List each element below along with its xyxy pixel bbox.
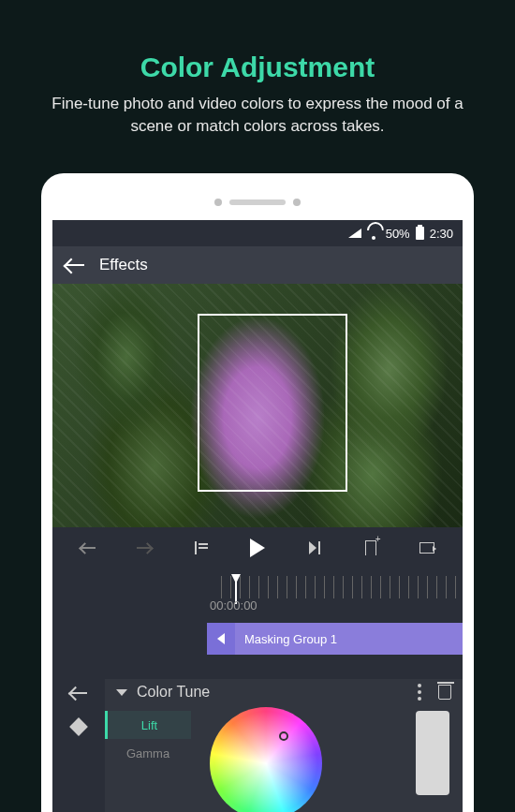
sensor-dot xyxy=(293,199,301,206)
play-button[interactable] xyxy=(246,537,269,559)
play-icon xyxy=(250,539,265,557)
timeline-track[interactable]: Masking Group 1 xyxy=(52,623,463,655)
tab-gamma[interactable]: Gamma xyxy=(105,739,191,767)
panel-back-icon[interactable] xyxy=(70,692,87,694)
device-frame: 50% 2:30 Effects 00:00:00 xyxy=(41,173,474,812)
panel-header: Color Tune xyxy=(105,679,463,705)
bookmark-add-icon xyxy=(365,540,376,555)
skip-start-button[interactable] xyxy=(190,537,213,559)
battery-icon xyxy=(416,227,424,240)
tab-lift[interactable]: Lift xyxy=(105,711,191,739)
page-title: Color Adjustment xyxy=(0,0,515,93)
timeline[interactable]: 00:00:00 Masking Group 1 xyxy=(52,568,463,625)
clock: 2:30 xyxy=(430,227,453,241)
track-trim-handle[interactable] xyxy=(207,623,235,655)
chevron-down-icon[interactable] xyxy=(116,689,127,696)
battery-percent: 50% xyxy=(386,227,410,241)
loop-button[interactable] xyxy=(416,537,438,559)
panel-main: Color Tune Lift Gamma xyxy=(105,679,463,812)
luminance-slider[interactable] xyxy=(416,711,449,795)
video-preview[interactable] xyxy=(52,284,463,527)
skip-end-button[interactable] xyxy=(302,537,325,559)
status-bar: 50% 2:30 xyxy=(52,220,463,246)
undo-button[interactable] xyxy=(77,537,99,559)
loop-icon xyxy=(419,542,434,554)
color-wheel-cursor[interactable] xyxy=(279,731,288,741)
panel-body: Lift Gamma xyxy=(105,705,463,812)
skip-end-icon xyxy=(307,541,320,554)
redo-icon xyxy=(137,547,152,549)
screen-title: Effects xyxy=(99,256,148,274)
effects-panel: Color Tune Lift Gamma xyxy=(52,679,463,812)
timeline-ruler xyxy=(221,576,463,598)
trash-icon[interactable] xyxy=(438,685,451,700)
timecode: 00:00:00 xyxy=(210,598,258,613)
mask-selection-box[interactable] xyxy=(198,314,347,492)
page-subtitle: Fine-tune photo and video colors to expr… xyxy=(0,93,515,138)
track-clip[interactable]: Masking Group 1 xyxy=(235,623,463,655)
redo-button[interactable] xyxy=(133,537,155,559)
panel-sidebar xyxy=(52,679,105,812)
color-wheel[interactable] xyxy=(210,707,322,812)
color-tabs: Lift Gamma xyxy=(105,711,191,812)
bookmark-button[interactable] xyxy=(360,537,382,559)
speaker-slot xyxy=(229,199,286,205)
transport-toolbar xyxy=(52,527,463,568)
camera-dot xyxy=(214,199,222,206)
undo-icon xyxy=(81,547,96,549)
device-hardware xyxy=(52,185,463,220)
signal-icon xyxy=(348,229,361,238)
panel-title: Color Tune xyxy=(137,684,408,701)
more-icon[interactable] xyxy=(418,684,421,701)
app-topbar: Effects xyxy=(52,246,463,284)
back-icon[interactable] xyxy=(66,264,84,266)
keyframe-icon[interactable] xyxy=(69,717,88,736)
screen: 50% 2:30 Effects 00:00:00 xyxy=(52,220,463,812)
skip-start-icon xyxy=(195,541,208,554)
wifi-icon xyxy=(367,227,380,240)
